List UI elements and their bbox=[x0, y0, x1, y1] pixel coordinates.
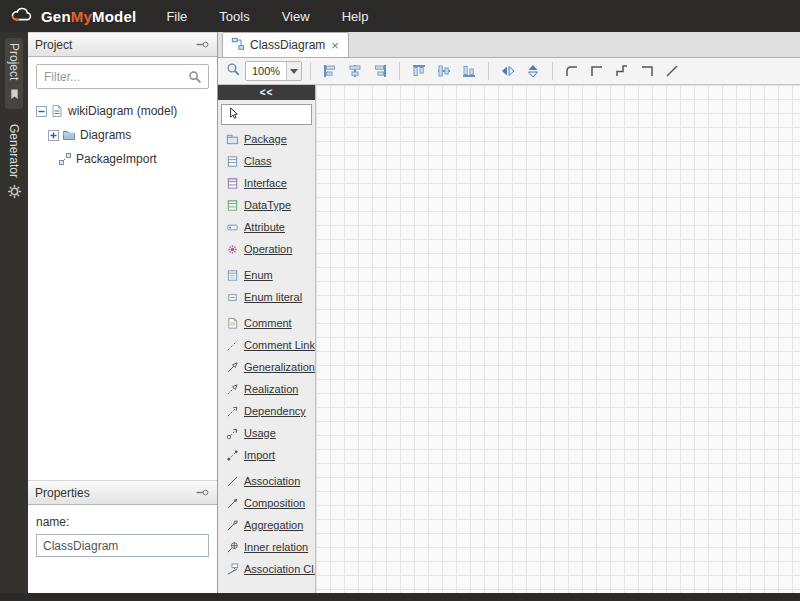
zoom-dropdown-arrow[interactable] bbox=[286, 62, 301, 80]
collapse-minus-icon[interactable] bbox=[36, 106, 47, 117]
package-import-tree-icon bbox=[58, 152, 72, 166]
inner-relation-icon bbox=[225, 541, 239, 554]
folder-icon bbox=[62, 128, 76, 142]
align-middle-button[interactable] bbox=[433, 60, 455, 82]
palette-item-class[interactable]: Class bbox=[218, 150, 315, 172]
palette-item-enum-literal[interactable]: Enum literal bbox=[218, 286, 315, 308]
palette-item-label: Class bbox=[244, 155, 272, 167]
chevron-down-icon bbox=[290, 69, 298, 74]
palette-item-label: Dependency bbox=[244, 405, 306, 417]
palette-item-inner-relation[interactable]: Inner relation bbox=[218, 536, 315, 558]
enum-icon bbox=[225, 269, 239, 282]
palette-item-generalization[interactable]: Generalization bbox=[218, 356, 315, 378]
rail-tab-generator-label: Generator bbox=[7, 124, 21, 178]
edge-straight-button[interactable] bbox=[661, 60, 683, 82]
model-file-icon bbox=[50, 104, 64, 118]
zoom-dropdown[interactable]: 100% bbox=[245, 61, 302, 81]
palette-item-label: Composition bbox=[244, 497, 305, 509]
diagram-canvas[interactable] bbox=[316, 85, 800, 593]
name-field-input[interactable] bbox=[36, 534, 209, 557]
project-panel-header: Project bbox=[28, 32, 217, 57]
align-center-button[interactable] bbox=[344, 60, 366, 82]
menu-item-view[interactable]: View bbox=[266, 0, 326, 32]
app-title: GenMyModel bbox=[41, 8, 136, 25]
palette-item-operation[interactable]: Operation bbox=[218, 238, 315, 260]
palette-item-association[interactable]: Association bbox=[218, 470, 315, 492]
rail-tab-project[interactable]: Project bbox=[5, 38, 23, 109]
align-bottom-button[interactable] bbox=[458, 60, 480, 82]
menu-item-tools[interactable]: Tools bbox=[203, 0, 265, 32]
toolbar-separator bbox=[310, 62, 311, 80]
palette-item-attribute[interactable]: Attribute bbox=[218, 216, 315, 238]
palette-item-label: Operation bbox=[244, 243, 292, 255]
filter-input[interactable] bbox=[36, 64, 209, 89]
palette-item-comment-link[interactable]: Comment Link bbox=[218, 334, 315, 356]
tab-label: ClassDiagram bbox=[250, 38, 325, 52]
panel-pin-icon[interactable] bbox=[196, 39, 210, 51]
align-top-button[interactable] bbox=[408, 60, 430, 82]
palette-collapse-button[interactable]: << bbox=[218, 85, 315, 100]
palette-item-label: Generalization bbox=[244, 361, 315, 373]
tree-row-model[interactable]: wikiDiagram (model) bbox=[28, 99, 217, 123]
palette-item-comment[interactable]: Comment bbox=[218, 312, 315, 334]
rail-tab-generator[interactable]: Generator bbox=[5, 119, 24, 208]
palette-item-label: Import bbox=[244, 449, 275, 461]
tree-label: PackageImport bbox=[76, 152, 157, 166]
flip-horizontal-button[interactable] bbox=[497, 60, 519, 82]
package-icon bbox=[225, 133, 239, 146]
palette-item-realization[interactable]: Realization bbox=[218, 378, 315, 400]
tab-close-icon[interactable]: × bbox=[330, 39, 340, 52]
generalization-icon bbox=[225, 361, 239, 374]
palette-item-datatype[interactable]: DataType bbox=[218, 194, 315, 216]
tree-label: wikiDiagram (model) bbox=[68, 104, 177, 118]
palette-item-label: DataType bbox=[244, 199, 291, 211]
edge-orthogonal-button[interactable] bbox=[586, 60, 608, 82]
diagram-tab-bar: ClassDiagram × bbox=[218, 32, 800, 58]
import-icon bbox=[225, 449, 239, 462]
palette-item-enum[interactable]: Enum bbox=[218, 264, 315, 286]
tab-classdiagram[interactable]: ClassDiagram × bbox=[222, 32, 349, 57]
realization-icon bbox=[225, 383, 239, 396]
interface-icon bbox=[225, 177, 239, 190]
edge-step-button[interactable] bbox=[611, 60, 633, 82]
name-field-label: name: bbox=[36, 515, 209, 529]
align-right-button[interactable] bbox=[369, 60, 391, 82]
menu-item-file[interactable]: File bbox=[150, 0, 203, 32]
palette-item-label: Enum literal bbox=[244, 291, 302, 303]
aggregation-icon bbox=[225, 519, 239, 532]
palette-item-import[interactable]: Import bbox=[218, 444, 315, 466]
palette-item-composition[interactable]: Composition bbox=[218, 492, 315, 514]
edge-corner-button[interactable] bbox=[636, 60, 658, 82]
edge-curved-button[interactable] bbox=[561, 60, 583, 82]
palette-item-aggregation[interactable]: Aggregation bbox=[218, 514, 315, 536]
flip-vertical-button[interactable] bbox=[522, 60, 544, 82]
project-panel-title: Project bbox=[35, 38, 196, 52]
palette-item-package[interactable]: Package bbox=[218, 128, 315, 150]
palette-item-usage[interactable]: Usage bbox=[218, 422, 315, 444]
properties-panel-header: Properties bbox=[28, 480, 217, 505]
menu-item-help[interactable]: Help bbox=[326, 0, 385, 32]
tree-row-diagrams[interactable]: Diagrams bbox=[28, 123, 217, 147]
association-icon bbox=[225, 475, 239, 488]
align-left-button[interactable] bbox=[319, 60, 341, 82]
tree-row-packageimport[interactable]: PackageImport bbox=[28, 147, 217, 171]
palette-item-association-class[interactable]: Association Cl... bbox=[218, 558, 315, 580]
palette-item-label: Association bbox=[244, 475, 300, 487]
comment-link-icon bbox=[225, 339, 239, 352]
palette-item-label: Aggregation bbox=[244, 519, 303, 531]
expand-plus-icon[interactable] bbox=[48, 130, 59, 141]
search-icon bbox=[188, 70, 202, 88]
pointer-tool[interactable] bbox=[221, 104, 312, 125]
palette-item-dependency[interactable]: Dependency bbox=[218, 400, 315, 422]
gear-icon bbox=[7, 184, 22, 203]
main-menu: File Tools View Help bbox=[150, 0, 384, 32]
diagram-toolbar: 100% bbox=[218, 58, 800, 85]
palette-item-interface[interactable]: Interface bbox=[218, 172, 315, 194]
palette-item-label: Comment Link bbox=[244, 339, 315, 351]
palette-item-label: Association Cl... bbox=[244, 563, 316, 575]
composition-icon bbox=[225, 497, 239, 510]
attribute-icon bbox=[225, 221, 239, 234]
panel-pin-icon[interactable] bbox=[196, 487, 210, 499]
zoom-control: 100% bbox=[226, 61, 302, 81]
bookmark-icon bbox=[9, 86, 20, 104]
